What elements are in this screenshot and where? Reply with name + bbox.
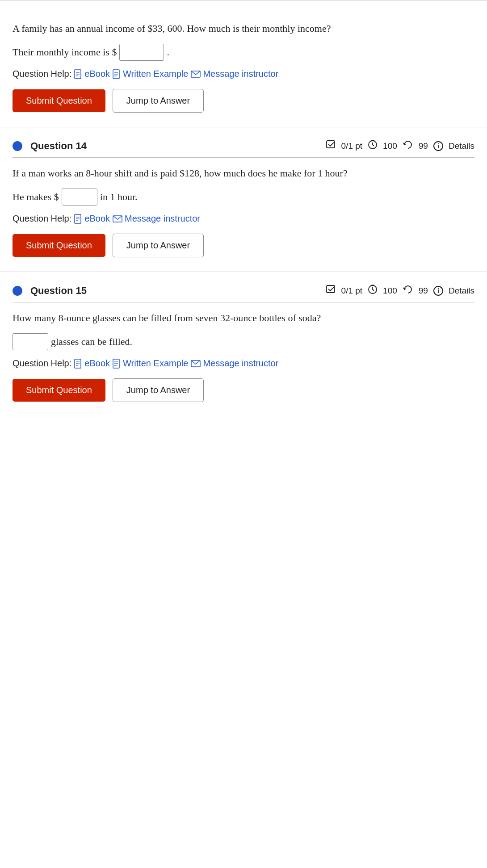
top-ebook-label: eBook xyxy=(84,69,110,79)
question-15-title: Question 15 xyxy=(30,285,87,297)
question-15-block: Question 15 0/1 pt 100 xyxy=(0,272,487,416)
top-question-block: A family has an annual income of $33, 60… xyxy=(0,0,487,127)
top-help-line: Question Help: eBook Written Example xyxy=(13,69,474,79)
top-submit-button[interactable]: Submit Question xyxy=(13,89,105,112)
top-written-example-link[interactable]: Written Example xyxy=(113,69,188,79)
question-15-points: 0/1 pt xyxy=(341,286,363,296)
top-answer-prefix: Their monthly income is $ xyxy=(13,46,117,58)
question-15-history: 100 xyxy=(383,286,397,296)
question-14-header: Question 14 0/1 pt 100 xyxy=(13,140,474,158)
question-15-help-label: Question Help: xyxy=(13,358,71,369)
question-14-retry: 99 xyxy=(419,141,428,151)
question-14-help-line: Question Help: eBook Message instructor xyxy=(13,214,474,224)
question-14-help-label: Question Help: xyxy=(13,214,71,224)
question-15-ebook-link[interactable]: eBook xyxy=(74,358,110,369)
ebook-icon-14 xyxy=(74,214,82,224)
question-14-history: 100 xyxy=(383,141,397,151)
question-15-ebook-label: eBook xyxy=(84,358,110,369)
written-example-icon-15 xyxy=(113,359,121,369)
question-14-meta: 0/1 pt 100 99 i Details xyxy=(326,140,474,152)
question-14-dot xyxy=(13,141,22,151)
top-question-text: A family has an annual income of $33, 60… xyxy=(13,21,474,36)
question-14-message-instructor-label: Message instructor xyxy=(125,214,200,224)
top-answer-suffix: . xyxy=(167,46,169,58)
question-15-jump-button[interactable]: Jump to Answer xyxy=(113,378,204,402)
top-message-instructor-link[interactable]: Message instructor xyxy=(191,69,278,79)
question-14-answer-suffix: in 1 hour. xyxy=(100,191,138,203)
question-14-ebook-link[interactable]: eBook xyxy=(74,214,110,224)
question-15-message-instructor-label: Message instructor xyxy=(203,358,278,369)
question-14-answer-input[interactable] xyxy=(62,189,97,205)
question-15-answer-line: glasses can be filled. xyxy=(13,333,474,350)
question-15-submit-button[interactable]: Submit Question xyxy=(13,379,105,402)
top-answer-line: Their monthly income is $ . xyxy=(13,44,474,61)
written-example-icon xyxy=(113,69,121,79)
question-15-written-example-label: Written Example xyxy=(123,358,188,369)
question-14-details-link[interactable]: Details xyxy=(449,141,474,151)
question-15-details-link[interactable]: Details xyxy=(449,286,474,296)
question-14-answer-line: He makes $ in 1 hour. xyxy=(13,189,474,205)
top-jump-button[interactable]: Jump to Answer xyxy=(113,89,204,113)
question-15-meta: 0/1 pt 100 99 i Details xyxy=(326,285,474,297)
question-15-header: Question 15 0/1 pt 100 xyxy=(13,285,474,302)
question-15-message-instructor-link[interactable]: Message instructor xyxy=(191,358,278,369)
question-14-block: Question 14 0/1 pt 100 xyxy=(0,127,487,272)
envelope-icon-top xyxy=(191,71,201,78)
question-14-submit-button[interactable]: Submit Question xyxy=(13,234,105,257)
question-14-message-instructor-link[interactable]: Message instructor xyxy=(113,214,200,224)
top-ebook-link[interactable]: eBook xyxy=(74,69,110,79)
question-14-buttons-row: Submit Question Jump to Answer xyxy=(13,234,474,257)
top-answer-input[interactable] xyxy=(119,44,164,61)
question-14-info-icon: i xyxy=(433,141,443,151)
question-15-info-icon: i xyxy=(433,286,443,296)
svg-rect-9 xyxy=(327,141,335,148)
question-15-written-example-link[interactable]: Written Example xyxy=(113,358,188,369)
ebook-icon-15 xyxy=(74,359,82,369)
question-15-retry-icon xyxy=(403,285,413,297)
question-15-dot xyxy=(13,286,22,296)
question-15-text: How many 8-ounce glasses can be filled f… xyxy=(13,310,474,325)
question-15-help-line: Question Help: eBook Written Example xyxy=(13,358,474,369)
question-15-answer-input[interactable] xyxy=(13,333,48,350)
top-written-example-label: Written Example xyxy=(123,69,188,79)
envelope-icon-15 xyxy=(191,360,201,367)
envelope-icon-14 xyxy=(113,215,122,222)
top-help-label: Question Help: xyxy=(13,69,71,79)
top-buttons-row: Submit Question Jump to Answer xyxy=(13,89,474,113)
question-15-answer-suffix: glasses can be filled. xyxy=(51,336,132,348)
question-14-jump-button[interactable]: Jump to Answer xyxy=(113,234,204,257)
question-15-clock-icon xyxy=(368,285,378,297)
question-14-title: Question 14 xyxy=(30,140,87,152)
question-14-text: If a man works an 8-hour shift and is pa… xyxy=(13,166,474,180)
question-15-check-icon xyxy=(326,285,336,296)
question-14-points: 0/1 pt xyxy=(341,141,363,151)
top-message-instructor-label: Message instructor xyxy=(203,69,278,79)
question-14-ebook-label: eBook xyxy=(84,214,110,224)
question-15-buttons-row: Submit Question Jump to Answer xyxy=(13,378,474,402)
svg-rect-16 xyxy=(327,285,335,293)
question-14-answer-prefix: He makes $ xyxy=(13,191,59,203)
ebook-icon xyxy=(74,69,82,79)
question-15-retry: 99 xyxy=(419,286,428,296)
question-14-clock-icon xyxy=(368,140,378,152)
question-14-retry-icon xyxy=(403,140,413,152)
question-14-check-icon xyxy=(326,140,336,151)
